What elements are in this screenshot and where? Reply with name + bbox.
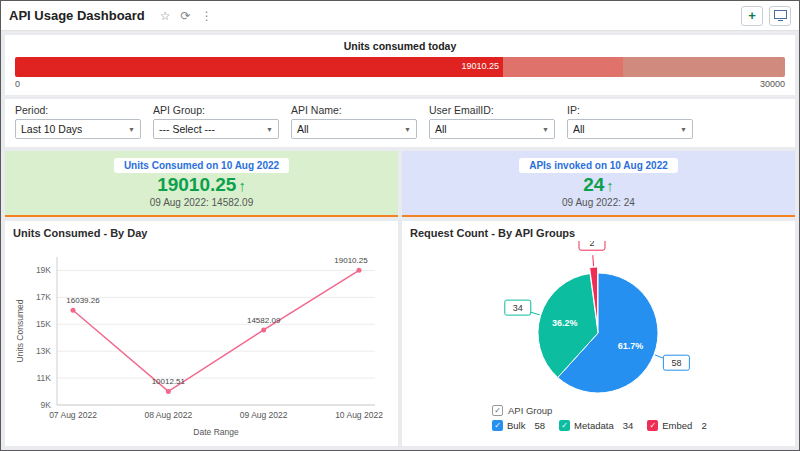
- units-consumed-line-chart[interactable]: 9K11K13K15K17K19K07 Aug 202208 Aug 20220…: [13, 241, 395, 441]
- svg-text:9K: 9K: [41, 400, 52, 410]
- svg-text:10012.51: 10012.51: [152, 377, 186, 386]
- filter-api-name: API Name: All ▼: [291, 104, 417, 139]
- legend-items: ✓Bulk58✓Metadata34✓Embed2: [492, 420, 787, 431]
- presentation-icon: [774, 10, 787, 21]
- up-arrow-icon: ↑: [238, 177, 246, 194]
- legend-item-value: 2: [701, 420, 706, 431]
- stat-cards-row: Units Consumed on 10 Aug 2022 19010.25↑ …: [5, 151, 795, 217]
- svg-text:15K: 15K: [36, 319, 51, 329]
- line-series: [73, 270, 359, 391]
- svg-text:10 Aug 2022: 10 Aug 2022: [335, 410, 383, 420]
- legend-item-value: 58: [534, 420, 545, 431]
- chevron-down-icon: ▼: [680, 126, 687, 133]
- favorite-star-icon[interactable]: ☆: [160, 9, 171, 23]
- filter-api-group-value: --- Select ---: [159, 123, 215, 135]
- filter-ip-select[interactable]: All ▼: [567, 119, 693, 139]
- checkbox-checked-icon[interactable]: ✓: [647, 420, 658, 431]
- units-meter-panel: Units consumed today 19010.25 0 30000: [5, 35, 795, 95]
- dashboard-window: API Usage Dashboard ☆ ⟳ ⋮ + Units consum…: [0, 0, 800, 451]
- meter-scale: 0 30000: [15, 79, 785, 89]
- svg-text:58: 58: [671, 358, 681, 368]
- apis-card-number: 24: [583, 174, 604, 195]
- filter-period-select[interactable]: Last 10 Days ▼: [15, 119, 141, 139]
- filter-ip: IP: All ▼: [567, 104, 693, 139]
- checkbox-checked-icon[interactable]: ✓: [492, 405, 503, 416]
- legend-item-label: Metadata: [574, 420, 614, 431]
- svg-text:61.7%: 61.7%: [618, 341, 644, 351]
- pie-legend: ✓ API Group ✓Bulk58✓Metadata34✓Embed2: [492, 405, 787, 431]
- chevron-down-icon: ▼: [404, 126, 411, 133]
- meter-max-label: 30000: [760, 79, 785, 89]
- apis-card-title: APIs invoked on 10 Aug 2022: [519, 158, 678, 173]
- units-consumed-card: Units Consumed on 10 Aug 2022 19010.25↑ …: [5, 151, 398, 217]
- apis-card-previous: 09 Aug 2022: 24: [562, 197, 635, 208]
- meter-band: 19010.25: [15, 57, 503, 77]
- svg-text:16039.26: 16039.26: [66, 296, 100, 305]
- svg-text:36.2%: 36.2%: [552, 318, 578, 328]
- filter-ip-label: IP:: [567, 104, 693, 116]
- checkbox-checked-icon[interactable]: ✓: [492, 420, 503, 431]
- filter-period-label: Period:: [15, 104, 141, 116]
- svg-text:09 Aug 2022: 09 Aug 2022: [240, 410, 288, 420]
- svg-text:17K: 17K: [36, 292, 51, 302]
- svg-text:19K: 19K: [36, 265, 51, 275]
- checkbox-checked-icon[interactable]: ✓: [559, 420, 570, 431]
- page-title: API Usage Dashboard: [9, 8, 145, 23]
- units-card-previous: 09 Aug 2022: 14582.09: [150, 197, 253, 208]
- filter-api-group: API Group: --- Select --- ▼: [153, 104, 279, 139]
- chevron-down-icon: ▼: [128, 126, 135, 133]
- data-point[interactable]: [261, 327, 266, 332]
- filter-period: Period: Last 10 Days ▼: [15, 104, 141, 139]
- filter-api-name-select[interactable]: All ▼: [291, 119, 417, 139]
- meter-value-label: 19010.25: [461, 61, 499, 71]
- legend-item-bulk[interactable]: ✓Bulk58: [492, 420, 545, 431]
- filter-ip-value: All: [573, 123, 585, 135]
- data-point[interactable]: [357, 268, 362, 273]
- add-button[interactable]: +: [741, 6, 763, 26]
- header: API Usage Dashboard ☆ ⟳ ⋮ +: [1, 1, 799, 31]
- filter-api-name-label: API Name:: [291, 104, 417, 116]
- up-arrow-icon: ↑: [606, 177, 614, 194]
- filter-user-emailid-label: User EmailID:: [429, 104, 555, 116]
- pie-chart-panel: Request Count - By API Groups 61.7%5836.…: [402, 221, 795, 446]
- filter-api-name-value: All: [297, 123, 309, 135]
- legend-item-metadata[interactable]: ✓Metadata34: [559, 420, 633, 431]
- filter-user-emailid-select[interactable]: All ▼: [429, 119, 555, 139]
- units-card-title: Units Consumed on 10 Aug 2022: [114, 158, 289, 173]
- svg-text:2: 2: [589, 241, 594, 248]
- data-point[interactable]: [71, 308, 76, 313]
- units-card-value: 19010.25↑: [157, 174, 246, 196]
- units-card-number: 19010.25: [157, 174, 236, 195]
- more-options-icon[interactable]: ⋮: [201, 9, 213, 23]
- legend-group-label: API Group: [508, 405, 552, 416]
- svg-text:11K: 11K: [37, 373, 52, 383]
- meter-min-label: 0: [15, 79, 20, 89]
- pie-chart-title: Request Count - By API Groups: [410, 227, 787, 239]
- apis-card-value: 24↑: [583, 174, 614, 196]
- meter-band: [623, 57, 785, 77]
- filter-bar: Period: Last 10 Days ▼ API Group: --- Se…: [5, 99, 795, 147]
- legend-item-embed[interactable]: ✓Embed2: [647, 420, 706, 431]
- filter-period-value: Last 10 Days: [21, 123, 82, 135]
- legend-item-label: Embed: [662, 420, 692, 431]
- svg-text:34: 34: [513, 303, 523, 313]
- present-button[interactable]: [769, 6, 791, 26]
- refresh-icon[interactable]: ⟳: [181, 9, 191, 23]
- line-chart-panel: Units Consumed - By Day 9K11K13K15K17K19…: [5, 221, 398, 446]
- svg-text:Units Consumed: Units Consumed: [15, 299, 25, 362]
- data-point[interactable]: [166, 389, 171, 394]
- legend-group-row[interactable]: ✓ API Group: [492, 405, 787, 416]
- legend-item-value: 34: [623, 420, 634, 431]
- filter-user-emailid-value: All: [435, 123, 447, 135]
- filter-api-group-select[interactable]: --- Select --- ▼: [153, 119, 279, 139]
- legend-item-label: Bulk: [507, 420, 525, 431]
- svg-text:Date Range: Date Range: [193, 427, 239, 437]
- svg-text:19010.25: 19010.25: [334, 256, 368, 265]
- units-meter-bar: 19010.25: [15, 57, 785, 77]
- meter-band: [503, 57, 623, 77]
- svg-text:07 Aug 2022: 07 Aug 2022: [49, 410, 97, 420]
- filter-user-emailid: User EmailID: All ▼: [429, 104, 555, 139]
- api-groups-pie-chart[interactable]: 61.7%5836.2%342: [410, 241, 790, 399]
- charts-row: Units Consumed - By Day 9K11K13K15K17K19…: [5, 221, 795, 446]
- chevron-down-icon: ▼: [542, 126, 549, 133]
